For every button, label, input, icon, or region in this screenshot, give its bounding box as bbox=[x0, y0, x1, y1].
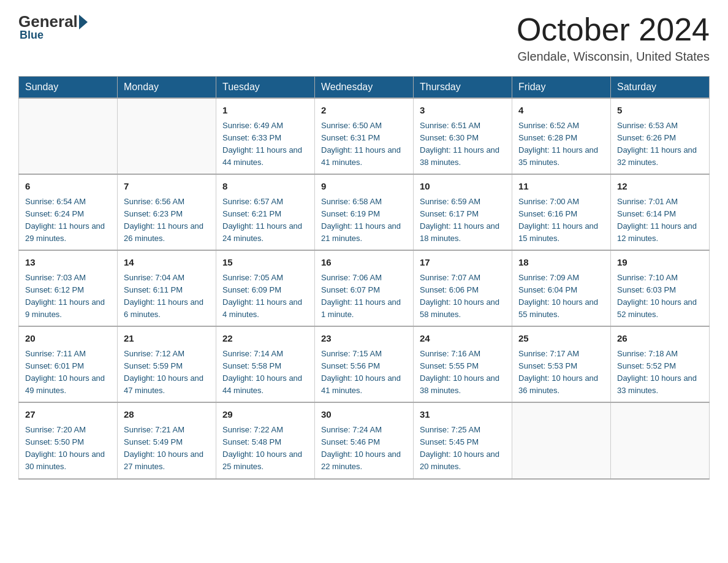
logo-arrow-icon bbox=[79, 15, 88, 29]
sun-info: Sunrise: 7:05 AMSunset: 6:09 PMDaylight:… bbox=[222, 272, 308, 321]
calendar-cell: 6Sunrise: 6:54 AMSunset: 6:24 PMDaylight… bbox=[19, 174, 118, 250]
sun-info: Sunrise: 6:56 AMSunset: 6:23 PMDaylight:… bbox=[124, 196, 210, 245]
day-number: 26 bbox=[617, 332, 703, 346]
day-number: 9 bbox=[321, 180, 407, 194]
calendar-cell: 1Sunrise: 6:49 AMSunset: 6:33 PMDaylight… bbox=[216, 98, 315, 174]
day-number: 20 bbox=[25, 332, 111, 346]
sun-info: Sunrise: 7:07 AMSunset: 6:06 PMDaylight:… bbox=[420, 272, 506, 321]
calendar-cell: 27Sunrise: 7:20 AMSunset: 5:50 PMDayligh… bbox=[19, 402, 118, 478]
day-number: 7 bbox=[124, 180, 210, 194]
calendar-cell: 25Sunrise: 7:17 AMSunset: 5:53 PMDayligh… bbox=[512, 326, 611, 402]
sun-info: Sunrise: 7:17 AMSunset: 5:53 PMDaylight:… bbox=[518, 348, 604, 397]
sun-info: Sunrise: 7:00 AMSunset: 6:16 PMDaylight:… bbox=[518, 196, 604, 245]
day-number: 16 bbox=[321, 256, 407, 270]
col-header-sunday: Sunday bbox=[19, 77, 118, 99]
calendar-cell bbox=[19, 98, 118, 174]
day-number: 15 bbox=[222, 256, 308, 270]
sun-info: Sunrise: 7:09 AMSunset: 6:04 PMDaylight:… bbox=[518, 272, 604, 321]
day-number: 1 bbox=[222, 104, 308, 118]
calendar-cell: 29Sunrise: 7:22 AMSunset: 5:48 PMDayligh… bbox=[216, 402, 315, 478]
sun-info: Sunrise: 7:16 AMSunset: 5:55 PMDaylight:… bbox=[420, 348, 506, 397]
sun-info: Sunrise: 6:58 AMSunset: 6:19 PMDaylight:… bbox=[321, 196, 407, 245]
calendar-cell: 11Sunrise: 7:00 AMSunset: 6:16 PMDayligh… bbox=[512, 174, 611, 250]
day-number: 21 bbox=[124, 332, 210, 346]
sun-info: Sunrise: 7:20 AMSunset: 5:50 PMDaylight:… bbox=[25, 424, 111, 473]
sun-info: Sunrise: 7:21 AMSunset: 5:49 PMDaylight:… bbox=[124, 424, 210, 473]
day-number: 30 bbox=[321, 408, 407, 422]
calendar-cell: 7Sunrise: 6:56 AMSunset: 6:23 PMDaylight… bbox=[118, 174, 216, 250]
day-number: 17 bbox=[420, 256, 506, 270]
logo: General Blue bbox=[18, 12, 89, 42]
calendar-cell: 15Sunrise: 7:05 AMSunset: 6:09 PMDayligh… bbox=[216, 250, 315, 326]
sun-info: Sunrise: 7:01 AMSunset: 6:14 PMDaylight:… bbox=[617, 196, 703, 245]
calendar-cell: 22Sunrise: 7:14 AMSunset: 5:58 PMDayligh… bbox=[216, 326, 315, 402]
day-number: 13 bbox=[25, 256, 111, 270]
calendar-cell: 3Sunrise: 6:51 AMSunset: 6:30 PMDaylight… bbox=[414, 98, 512, 174]
col-header-wednesday: Wednesday bbox=[315, 77, 414, 99]
month-title: October 2024 bbox=[517, 12, 710, 47]
sun-info: Sunrise: 6:59 AMSunset: 6:17 PMDaylight:… bbox=[420, 196, 506, 245]
calendar-cell: 16Sunrise: 7:06 AMSunset: 6:07 PMDayligh… bbox=[315, 250, 414, 326]
day-number: 19 bbox=[617, 256, 703, 270]
calendar-week-row: 20Sunrise: 7:11 AMSunset: 6:01 PMDayligh… bbox=[19, 326, 710, 402]
calendar-cell: 28Sunrise: 7:21 AMSunset: 5:49 PMDayligh… bbox=[118, 402, 216, 478]
day-number: 31 bbox=[420, 408, 506, 422]
day-number: 28 bbox=[124, 408, 210, 422]
day-number: 18 bbox=[518, 256, 604, 270]
calendar-header-row: SundayMondayTuesdayWednesdayThursdayFrid… bbox=[19, 77, 710, 99]
sun-info: Sunrise: 7:15 AMSunset: 5:56 PMDaylight:… bbox=[321, 348, 407, 397]
calendar-cell: 18Sunrise: 7:09 AMSunset: 6:04 PMDayligh… bbox=[512, 250, 611, 326]
calendar-cell bbox=[118, 98, 216, 174]
sun-info: Sunrise: 7:18 AMSunset: 5:52 PMDaylight:… bbox=[617, 348, 703, 397]
day-number: 23 bbox=[321, 332, 407, 346]
calendar-cell: 4Sunrise: 6:52 AMSunset: 6:28 PMDaylight… bbox=[512, 98, 611, 174]
day-number: 12 bbox=[617, 180, 703, 194]
day-number: 11 bbox=[518, 180, 604, 194]
sun-info: Sunrise: 6:57 AMSunset: 6:21 PMDaylight:… bbox=[222, 196, 308, 245]
day-number: 4 bbox=[518, 104, 604, 118]
sun-info: Sunrise: 7:10 AMSunset: 6:03 PMDaylight:… bbox=[617, 272, 703, 321]
logo-blue-text: Blue bbox=[20, 29, 44, 42]
day-number: 8 bbox=[222, 180, 308, 194]
calendar-cell: 14Sunrise: 7:04 AMSunset: 6:11 PMDayligh… bbox=[118, 250, 216, 326]
calendar-cell: 12Sunrise: 7:01 AMSunset: 6:14 PMDayligh… bbox=[611, 174, 710, 250]
sun-info: Sunrise: 7:04 AMSunset: 6:11 PMDaylight:… bbox=[124, 272, 210, 321]
calendar-cell: 23Sunrise: 7:15 AMSunset: 5:56 PMDayligh… bbox=[315, 326, 414, 402]
sun-info: Sunrise: 6:53 AMSunset: 6:26 PMDaylight:… bbox=[617, 120, 703, 169]
day-number: 3 bbox=[420, 104, 506, 118]
sun-info: Sunrise: 7:22 AMSunset: 5:48 PMDaylight:… bbox=[222, 424, 308, 473]
col-header-monday: Monday bbox=[118, 77, 216, 99]
day-number: 14 bbox=[124, 256, 210, 270]
sun-info: Sunrise: 6:49 AMSunset: 6:33 PMDaylight:… bbox=[222, 120, 308, 169]
calendar-cell: 13Sunrise: 7:03 AMSunset: 6:12 PMDayligh… bbox=[19, 250, 118, 326]
day-number: 27 bbox=[25, 408, 111, 422]
sun-info: Sunrise: 7:03 AMSunset: 6:12 PMDaylight:… bbox=[25, 272, 111, 321]
sun-info: Sunrise: 7:06 AMSunset: 6:07 PMDaylight:… bbox=[321, 272, 407, 321]
calendar-cell bbox=[611, 402, 710, 478]
title-area: October 2024 Glendale, Wisconsin, United… bbox=[517, 12, 710, 64]
day-number: 22 bbox=[222, 332, 308, 346]
sun-info: Sunrise: 6:50 AMSunset: 6:31 PMDaylight:… bbox=[321, 120, 407, 169]
calendar-cell: 24Sunrise: 7:16 AMSunset: 5:55 PMDayligh… bbox=[414, 326, 512, 402]
sun-info: Sunrise: 7:25 AMSunset: 5:45 PMDaylight:… bbox=[420, 424, 506, 473]
calendar-week-row: 6Sunrise: 6:54 AMSunset: 6:24 PMDaylight… bbox=[19, 174, 710, 250]
day-number: 24 bbox=[420, 332, 506, 346]
calendar-cell: 17Sunrise: 7:07 AMSunset: 6:06 PMDayligh… bbox=[414, 250, 512, 326]
day-number: 29 bbox=[222, 408, 308, 422]
calendar-cell: 10Sunrise: 6:59 AMSunset: 6:17 PMDayligh… bbox=[414, 174, 512, 250]
calendar-cell: 5Sunrise: 6:53 AMSunset: 6:26 PMDaylight… bbox=[611, 98, 710, 174]
calendar-cell: 2Sunrise: 6:50 AMSunset: 6:31 PMDaylight… bbox=[315, 98, 414, 174]
day-number: 5 bbox=[617, 104, 703, 118]
sun-info: Sunrise: 7:14 AMSunset: 5:58 PMDaylight:… bbox=[222, 348, 308, 397]
day-number: 25 bbox=[518, 332, 604, 346]
col-header-tuesday: Tuesday bbox=[216, 77, 315, 99]
calendar-cell: 30Sunrise: 7:24 AMSunset: 5:46 PMDayligh… bbox=[315, 402, 414, 478]
day-number: 2 bbox=[321, 104, 407, 118]
calendar-week-row: 13Sunrise: 7:03 AMSunset: 6:12 PMDayligh… bbox=[19, 250, 710, 326]
calendar-cell: 21Sunrise: 7:12 AMSunset: 5:59 PMDayligh… bbox=[118, 326, 216, 402]
calendar-table: SundayMondayTuesdayWednesdayThursdayFrid… bbox=[18, 76, 710, 479]
sun-info: Sunrise: 7:24 AMSunset: 5:46 PMDaylight:… bbox=[321, 424, 407, 473]
col-header-thursday: Thursday bbox=[414, 77, 512, 99]
sun-info: Sunrise: 6:54 AMSunset: 6:24 PMDaylight:… bbox=[25, 196, 111, 245]
sun-info: Sunrise: 7:12 AMSunset: 5:59 PMDaylight:… bbox=[124, 348, 210, 397]
